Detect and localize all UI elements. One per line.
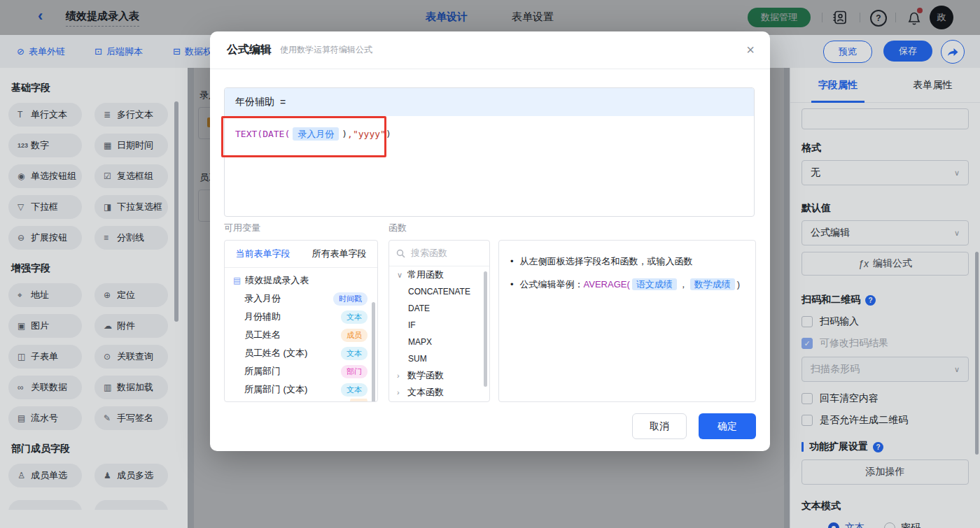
example-token: ) bbox=[737, 279, 740, 290]
function-group-row[interactable]: ›文本函数 bbox=[389, 384, 489, 401]
share-icon[interactable] bbox=[941, 40, 965, 64]
function-group-row[interactable]: ∨常用函数 bbox=[389, 266, 489, 283]
tab-current-form-fields[interactable]: 当前表单字段 bbox=[225, 241, 301, 267]
sidebar-section-title: 基础字段 bbox=[11, 82, 188, 94]
formula-input-area[interactable]: TEXT(DATE(录入月份),"yyyy") bbox=[225, 116, 754, 152]
contacts-icon[interactable] bbox=[832, 9, 848, 26]
field-type-button[interactable]: T单行文本 bbox=[8, 103, 82, 127]
variable-row[interactable]: 月份辅助文本 bbox=[225, 308, 377, 326]
tab-all-form-fields[interactable]: 所有表单字段 bbox=[301, 241, 377, 267]
field-type-button[interactable]: ⊕定位 bbox=[94, 283, 168, 307]
tab-form-design[interactable]: 表单设计 bbox=[426, 10, 468, 24]
sidebar-scrollbar[interactable] bbox=[174, 101, 178, 322]
bell-icon[interactable] bbox=[906, 8, 923, 27]
function-item[interactable]: SUM bbox=[389, 350, 489, 367]
confirm-button[interactable]: 确定 bbox=[699, 413, 756, 439]
panel-scrollbar[interactable] bbox=[975, 252, 979, 455]
cancel-button[interactable]: 取消 bbox=[632, 413, 687, 439]
scan-type-select[interactable]: 扫描条形码∨ bbox=[802, 357, 969, 382]
avatar[interactable]: 政 bbox=[930, 6, 953, 29]
field-type-button[interactable]: ▽下拉框 bbox=[8, 195, 82, 219]
function-item[interactable]: IF bbox=[389, 317, 489, 334]
preview-button[interactable]: 预览 bbox=[823, 41, 872, 63]
field-type-button[interactable]: 123数字 bbox=[8, 134, 82, 157]
checkbox-icon bbox=[802, 415, 813, 426]
close-icon[interactable]: × bbox=[746, 41, 755, 58]
properties-tabs: 字段属性 表单属性 bbox=[790, 68, 980, 103]
tab-form-properties[interactable]: 表单属性 bbox=[886, 68, 980, 102]
field-type-label: 地址 bbox=[31, 289, 49, 301]
data-manage-button[interactable]: 数据管理 bbox=[748, 8, 811, 27]
back-icon[interactable]: ‹ bbox=[38, 7, 43, 25]
variable-row[interactable]: 所属部门 (文本)文本 bbox=[225, 380, 377, 399]
example-token: AVERAGE( bbox=[584, 279, 630, 290]
variables-scrollbar[interactable] bbox=[372, 302, 375, 402]
help-icon[interactable]: ? bbox=[870, 10, 887, 27]
field-type-button[interactable]: ⊙关联查询 bbox=[94, 345, 168, 369]
dialog-title: 公式编辑 bbox=[227, 43, 272, 57]
variable-row[interactable]: 所属部门部门 bbox=[225, 362, 377, 380]
form-external-link-button[interactable]: ⊘ 表单外链 bbox=[17, 35, 65, 68]
field-type-button[interactable] bbox=[94, 500, 168, 510]
variable-row-partial[interactable] bbox=[225, 399, 377, 402]
save-button[interactable]: 保存 bbox=[883, 41, 932, 62]
add-action-button[interactable]: 添加操作 bbox=[802, 459, 969, 485]
functions-scrollbar[interactable] bbox=[484, 271, 487, 387]
field-type-button[interactable] bbox=[8, 500, 82, 510]
function-item[interactable]: DATE bbox=[389, 300, 489, 317]
field-type-button[interactable]: ⊖扩展按钮 bbox=[8, 226, 82, 250]
field-type-button[interactable]: ▥数据加载 bbox=[94, 376, 168, 399]
variable-row[interactable]: 录入月份时间戳 bbox=[225, 290, 377, 308]
field-type-button[interactable]: ≡分割线 bbox=[94, 226, 168, 250]
function-item[interactable]: MAPX bbox=[389, 334, 489, 350]
field-type-button[interactable]: ☁附件 bbox=[94, 314, 168, 338]
question-circle-icon[interactable]: ? bbox=[873, 442, 883, 452]
checkbox-allow-qrcode[interactable]: 是否允许生成二维码 bbox=[802, 414, 969, 427]
radio-password[interactable]: 密码 bbox=[884, 522, 920, 528]
function-search-input[interactable]: 搜索函数 bbox=[389, 241, 489, 266]
field-type-button[interactable]: ◫子表单 bbox=[8, 345, 82, 369]
field-type-button[interactable]: ◉单选按钮组 bbox=[8, 164, 82, 188]
variables-root-row[interactable]: ▤绩效提成录入表 bbox=[225, 271, 377, 290]
field-type-button[interactable]: ▦日期时间 bbox=[94, 134, 168, 157]
variable-type-badge: 部门 bbox=[341, 365, 368, 378]
formula-expression: TEXT(DATE(录入月份),"yyyy") bbox=[235, 129, 391, 139]
divider-icon: ≡ bbox=[104, 233, 117, 243]
field-type-button[interactable]: ⌖地址 bbox=[8, 283, 82, 307]
question-circle-icon[interactable]: ? bbox=[865, 295, 876, 306]
function-item[interactable]: CONCATENATE bbox=[389, 283, 489, 300]
field-type-button[interactable]: ☑复选框组 bbox=[94, 164, 168, 188]
field-type-button[interactable]: ◨下拉复选框 bbox=[94, 195, 168, 219]
formula-field-pill[interactable]: 录入月份 bbox=[293, 127, 339, 141]
default-value-select[interactable]: 公式编辑∨ bbox=[802, 220, 969, 245]
function-group-row[interactable]: ›数学函数 bbox=[389, 367, 489, 384]
chevron-down-icon: ∨ bbox=[954, 169, 960, 178]
field-type-button[interactable]: ♟成员多选 bbox=[94, 464, 168, 487]
radio-text[interactable]: 文本 bbox=[828, 522, 864, 528]
variable-name: 录入月份 bbox=[244, 292, 333, 305]
edit-formula-button[interactable]: ƒx 编辑公式 bbox=[802, 252, 969, 276]
backend-script-button[interactable]: ⊡ 后端脚本 bbox=[94, 35, 143, 68]
placeholder-input[interactable] bbox=[802, 108, 969, 129]
field-type-button[interactable]: ✎手写签名 bbox=[94, 406, 168, 430]
variable-row[interactable]: 员工姓名成员 bbox=[225, 326, 377, 344]
field-type-button[interactable]: ∞关联数据 bbox=[8, 376, 82, 399]
checkbox-scan-input[interactable]: 扫码输入 bbox=[802, 315, 969, 328]
field-type-button[interactable]: ♙成员单选 bbox=[8, 464, 82, 487]
field-type-button[interactable]: ▤流水号 bbox=[8, 406, 82, 430]
checkbox-editable-scan-result[interactable]: ✓ 可修改扫码结果 bbox=[802, 337, 969, 350]
field-type-button[interactable]: ≣多行文本 bbox=[94, 103, 168, 127]
formula-token: DATE( bbox=[262, 129, 290, 139]
formula-help-panel: • 从左侧面板选择字段名和函数，或输入函数 • 公式编辑举例：AVERAGE(语… bbox=[498, 240, 756, 402]
radio-selected-icon bbox=[828, 522, 839, 528]
field-type-button[interactable]: ▣图片 bbox=[8, 314, 82, 338]
multi-line-text-icon: ≣ bbox=[104, 110, 117, 120]
format-select[interactable]: 无∨ bbox=[802, 160, 969, 185]
functions-label: 函数 bbox=[388, 222, 407, 234]
tab-form-settings[interactable]: 表单设置 bbox=[512, 10, 554, 24]
checkbox-enter-clear[interactable]: 回车清空内容 bbox=[802, 392, 969, 405]
tab-field-properties[interactable]: 字段属性 bbox=[790, 68, 886, 102]
sidebar-partial-row bbox=[8, 500, 188, 510]
variable-row[interactable]: 员工姓名 (文本)文本 bbox=[225, 344, 377, 362]
functions-list: ∨常用函数CONCATENATEDATEIFMAPXSUM›数学函数›文本函数 bbox=[389, 266, 489, 401]
